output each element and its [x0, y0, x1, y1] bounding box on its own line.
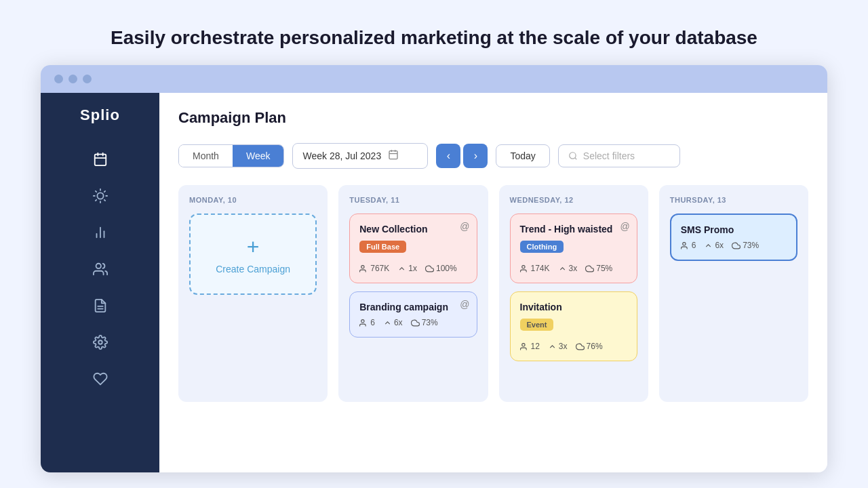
filter-placeholder: Select filters	[583, 150, 635, 161]
next-arrow-button[interactable]: ›	[463, 144, 488, 168]
stat-delivery: 100%	[425, 264, 457, 273]
campaign-card-invitation[interactable]: Invitation Event 12 3x	[510, 291, 637, 361]
sidebar-item-users[interactable]	[85, 254, 115, 284]
day-column-wednesday: WEDNESDAY, 12 @ Trend - High waisted Clo…	[499, 185, 648, 402]
svg-point-29	[521, 343, 524, 346]
campaign-card-sms-promo[interactable]: SMS Promo 6 6x	[670, 214, 797, 261]
sidebar-item-documents[interactable]	[85, 291, 115, 321]
page-wrapper: Easily orchestrate personalized marketin…	[14, 14, 854, 488]
hero-title: Easily orchestrate personalized marketin…	[83, 27, 785, 49]
stat-audience: 6	[681, 241, 696, 250]
create-campaign-label: Create Campaign	[216, 264, 290, 274]
svg-line-7	[95, 191, 96, 192]
app-body: Splio	[41, 93, 827, 472]
calendar-grid: MONDAY, 10 + Create Campaign TUESDAY, 11…	[178, 185, 808, 402]
campaign-card-new-collection[interactable]: @ New Collection Full Base 767K	[349, 214, 477, 283]
stat-frequency: 3x	[548, 342, 568, 351]
view-toggle: Month Week	[178, 144, 284, 167]
view-week-button[interactable]: Week	[233, 145, 284, 167]
browser-dot-3	[83, 75, 92, 83]
stat-audience: 6	[359, 318, 375, 327]
nav-arrows: ‹ ›	[436, 144, 488, 168]
svg-rect-20	[389, 151, 397, 159]
svg-line-12	[104, 191, 104, 192]
at-icon: @	[460, 299, 469, 310]
stat-delivery: 73%	[732, 241, 759, 250]
svg-line-25	[575, 158, 577, 160]
svg-point-26	[361, 265, 364, 268]
day-header-monday: MONDAY, 10	[189, 196, 317, 204]
campaign-stats: 12 3x 76%	[520, 342, 627, 351]
sidebar-logo: Splio	[80, 106, 120, 124]
day-column-thursday: THURSDAY, 13 SMS Promo 6 6x	[659, 185, 808, 402]
campaign-tag: Event	[520, 319, 554, 331]
day-column-monday: MONDAY, 10 + Create Campaign	[178, 185, 328, 402]
campaign-stats: 6 6x 73%	[681, 241, 787, 250]
filter-dropdown[interactable]: Select filters	[558, 144, 680, 167]
svg-point-24	[570, 152, 576, 159]
campaign-title: New Collection	[359, 224, 467, 235]
sidebar: Splio	[41, 93, 159, 472]
sidebar-item-analytics[interactable]	[85, 218, 115, 247]
toolbar: Month Week Week 28, Jul 2023 ‹ ›	[178, 143, 808, 169]
campaign-card-branding[interactable]: @ Branding campaign 6 6x	[349, 291, 477, 338]
browser-dot-2	[68, 75, 77, 83]
campaign-title: Invitation	[520, 302, 627, 312]
svg-point-19	[98, 340, 102, 344]
date-value: Week 28, Jul 2023	[302, 150, 381, 161]
campaign-title: Branding campaign	[359, 302, 467, 312]
svg-point-27	[361, 319, 364, 322]
browser-bar	[41, 65, 827, 93]
svg-point-28	[521, 265, 524, 268]
prev-arrow-button[interactable]: ‹	[436, 144, 460, 168]
plus-icon: +	[247, 235, 260, 260]
svg-line-8	[104, 200, 104, 201]
main-content: Campaign Plan Month Week Week 28, Jul 20…	[159, 93, 827, 472]
day-column-tuesday: TUESDAY, 11 @ New Collection Full Base 7…	[338, 185, 488, 402]
day-header-wednesday: WEDNESDAY, 12	[510, 196, 637, 204]
campaign-title: SMS Promo	[681, 224, 787, 235]
svg-line-11	[95, 200, 96, 201]
page-title: Campaign Plan	[178, 109, 808, 127]
campaign-stats: 174K 3x 75%	[520, 264, 627, 273]
campaign-title: Trend - High waisted	[520, 224, 627, 235]
stat-frequency: 1x	[397, 264, 417, 273]
sidebar-item-calendar[interactable]	[85, 144, 115, 174]
browser-window: Splio	[41, 65, 827, 472]
sidebar-item-ideas[interactable]	[85, 181, 115, 211]
sidebar-item-favorites[interactable]	[85, 364, 115, 394]
stat-frequency: 6x	[704, 241, 724, 250]
at-icon: @	[620, 221, 630, 232]
stat-audience: 767K	[359, 264, 389, 273]
create-campaign-card[interactable]: + Create Campaign	[189, 214, 317, 295]
campaign-card-trend[interactable]: @ Trend - High waisted Clothing 174K	[510, 214, 637, 283]
calendar-icon	[388, 149, 399, 163]
svg-point-16	[96, 264, 100, 268]
at-icon: @	[460, 221, 469, 232]
day-header-thursday: THURSDAY, 13	[670, 196, 797, 204]
today-button[interactable]: Today	[496, 144, 549, 167]
sidebar-item-settings[interactable]	[85, 327, 115, 357]
campaign-stats: 767K 1x 100%	[359, 264, 467, 273]
day-header-tuesday: TUESDAY, 11	[349, 196, 477, 204]
view-month-button[interactable]: Month	[179, 145, 233, 167]
stat-frequency: 6x	[383, 318, 403, 327]
stat-delivery: 75%	[585, 264, 612, 273]
campaign-stats: 6 6x 73%	[359, 318, 467, 327]
stat-frequency: 3x	[558, 264, 578, 273]
svg-rect-0	[94, 155, 106, 166]
date-picker[interactable]: Week 28, Jul 2023	[292, 143, 428, 169]
svg-point-30	[682, 242, 685, 245]
stat-delivery: 73%	[411, 318, 438, 327]
campaign-tag: Clothing	[520, 241, 564, 253]
stat-audience: 12	[520, 342, 540, 351]
browser-dot-1	[54, 75, 63, 83]
campaign-tag: Full Base	[359, 241, 406, 253]
stat-delivery: 76%	[576, 342, 603, 351]
svg-point-4	[97, 192, 103, 199]
stat-audience: 174K	[520, 264, 550, 273]
